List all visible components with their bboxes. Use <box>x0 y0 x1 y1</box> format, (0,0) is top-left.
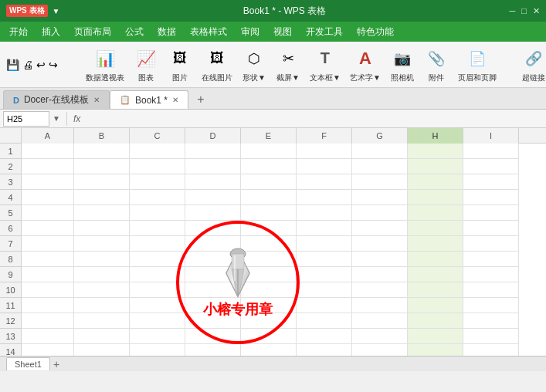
toolbar-online-image[interactable]: 🖼 在线图片 <box>202 46 232 83</box>
cell-H2[interactable] <box>408 159 463 174</box>
cell-F10[interactable] <box>297 282 352 298</box>
cell-B2[interactable] <box>74 159 130 174</box>
cell-A9[interactable] <box>22 267 74 282</box>
cell-H7[interactable] <box>408 236 463 252</box>
cell-A10[interactable] <box>22 282 74 298</box>
cell-I12[interactable] <box>463 313 519 329</box>
cell-C14[interactable] <box>130 344 185 356</box>
cell-B12[interactable] <box>74 313 130 329</box>
col-header-I[interactable]: I <box>463 128 519 144</box>
cell-B14[interactable] <box>74 344 130 356</box>
cell-I11[interactable] <box>463 298 519 313</box>
cell-B13[interactable] <box>74 329 130 344</box>
cell-H9[interactable] <box>408 267 463 282</box>
cell-H14[interactable] <box>408 344 463 356</box>
cell-B8[interactable] <box>74 252 130 267</box>
cell-I3[interactable] <box>463 174 519 190</box>
cell-H3[interactable] <box>408 174 463 190</box>
cell-G10[interactable] <box>352 282 408 298</box>
close-button[interactable]: ✕ <box>533 6 540 16</box>
cell-F13[interactable] <box>297 329 352 344</box>
cell-I14[interactable] <box>463 344 519 356</box>
cell-E5[interactable] <box>241 205 297 221</box>
toolbar-arttext[interactable]: A 艺术字▼ <box>350 46 381 83</box>
menu-data[interactable]: 数据 <box>151 24 182 40</box>
cell-I13[interactable] <box>463 329 519 344</box>
tab-docer-close[interactable]: ✕ <box>93 96 100 104</box>
formula-input[interactable] <box>83 111 543 127</box>
menu-page-layout[interactable]: 页面布局 <box>68 24 117 40</box>
cell-F5[interactable] <box>297 205 352 221</box>
menu-special[interactable]: 特色功能 <box>351 24 400 40</box>
toolbar-chart[interactable]: 📈 图表 <box>134 46 158 83</box>
cell-F9[interactable] <box>297 267 352 282</box>
cell-D14[interactable] <box>185 344 241 356</box>
cell-G2[interactable] <box>352 159 408 174</box>
toolbar-textbox[interactable]: T 文本框▼ <box>310 46 341 83</box>
cell-H11[interactable] <box>408 298 463 313</box>
cell-B7[interactable] <box>74 236 130 252</box>
cell-F2[interactable] <box>297 159 352 174</box>
tab-docer[interactable]: D Docer-在线模板 ✕ <box>3 90 110 109</box>
cell-E2[interactable] <box>241 159 297 174</box>
cell-F4[interactable] <box>297 190 352 205</box>
cell-F6[interactable] <box>297 221 352 236</box>
minimize-button[interactable]: ─ <box>510 6 516 16</box>
cell-B6[interactable] <box>74 221 130 236</box>
cell-reference-box[interactable]: H25 <box>3 111 49 127</box>
cell-F8[interactable] <box>297 252 352 267</box>
title-dropdown-arrow[interactable]: ▼ <box>53 7 60 15</box>
cell-A5[interactable] <box>22 205 74 221</box>
sheet-tab-1[interactable]: Sheet1 <box>6 357 50 370</box>
toolbar-pivot[interactable]: 📊 数据透视表 <box>86 46 124 83</box>
menu-start[interactable]: 开始 <box>3 24 34 40</box>
menu-table-style[interactable]: 表格样式 <box>184 24 233 40</box>
cells-area[interactable]: 小榕专用章 <box>22 144 546 356</box>
cell-C1[interactable] <box>130 144 185 159</box>
maximize-button[interactable]: □ <box>521 6 527 16</box>
cell-B9[interactable] <box>74 267 130 282</box>
cell-A11[interactable] <box>22 298 74 313</box>
cell-I6[interactable] <box>463 221 519 236</box>
cell-I5[interactable] <box>463 205 519 221</box>
cell-A12[interactable] <box>22 313 74 329</box>
cell-A6[interactable] <box>22 221 74 236</box>
cell-I9[interactable] <box>463 267 519 282</box>
cell-H8[interactable] <box>408 252 463 267</box>
cell-I7[interactable] <box>463 236 519 252</box>
cell-B10[interactable] <box>74 282 130 298</box>
cell-A3[interactable] <box>22 174 74 190</box>
cell-I1[interactable] <box>463 144 519 159</box>
toolbar-attachment[interactable]: 📎 附件 <box>424 46 449 83</box>
cell-E1[interactable] <box>241 144 297 159</box>
cell-H6[interactable] <box>408 221 463 236</box>
cell-F12[interactable] <box>297 313 352 329</box>
tab-add-button[interactable]: + <box>192 90 210 109</box>
cell-B3[interactable] <box>74 174 130 190</box>
cell-H4[interactable] <box>408 190 463 205</box>
cell-A4[interactable] <box>22 190 74 205</box>
cell-G7[interactable] <box>352 236 408 252</box>
cell-F1[interactable] <box>297 144 352 159</box>
menu-formula[interactable]: 公式 <box>119 24 150 40</box>
window-controls[interactable]: ─ □ ✕ <box>510 6 540 16</box>
cell-I10[interactable] <box>463 282 519 298</box>
sheet-add-button[interactable]: + <box>53 358 59 370</box>
cell-F14[interactable] <box>297 344 352 356</box>
cell-G6[interactable] <box>352 221 408 236</box>
cell-A8[interactable] <box>22 252 74 267</box>
toolbar-screenshot[interactable]: ✂ 截屏▼ <box>276 46 300 83</box>
col-header-D[interactable]: D <box>185 128 241 144</box>
col-header-G[interactable]: G <box>352 128 408 144</box>
col-header-B[interactable]: B <box>74 128 130 144</box>
cell-C5[interactable] <box>130 205 185 221</box>
cell-F11[interactable] <box>297 298 352 313</box>
cell-H10[interactable] <box>408 282 463 298</box>
menu-insert[interactable]: 插入 <box>36 24 66 40</box>
cell-D4[interactable] <box>185 190 241 205</box>
toolbar-hyperlink[interactable]: 🔗 超链接 <box>521 46 546 83</box>
cell-D1[interactable] <box>185 144 241 159</box>
redo-icon[interactable]: ↪ <box>49 59 58 71</box>
cell-H13[interactable] <box>408 329 463 344</box>
print-icon[interactable]: 🖨 <box>22 59 33 71</box>
